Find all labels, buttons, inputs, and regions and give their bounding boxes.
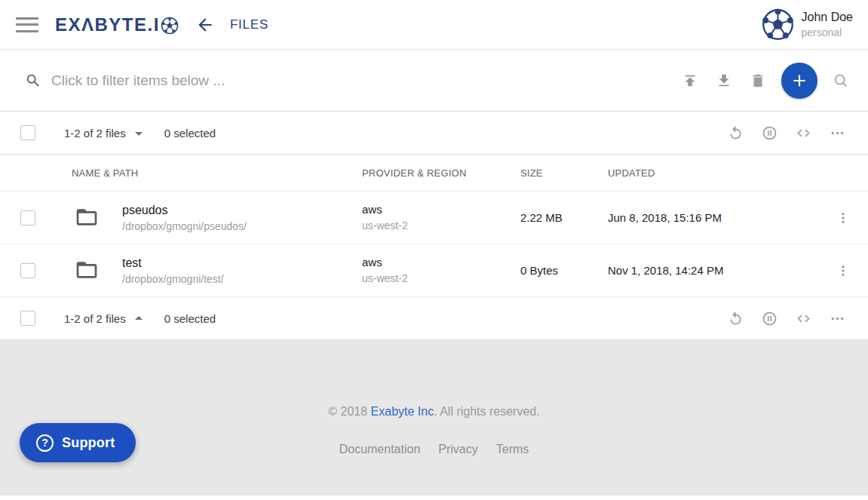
upload-button[interactable] bbox=[676, 67, 704, 94]
user-avatar-soccer-icon[interactable] bbox=[762, 8, 794, 41]
file-size: 0 Bytes bbox=[520, 264, 608, 277]
add-item-fab[interactable] bbox=[781, 63, 817, 99]
code-brackets-icon bbox=[796, 311, 811, 327]
file-updated: Jun 8, 2018, 15:16 PM bbox=[608, 211, 818, 224]
chevron-up-icon bbox=[135, 316, 143, 320]
code-view-button[interactable] bbox=[790, 305, 817, 332]
top-header: EXΛBYTE.I bbox=[0, 0, 868, 50]
table-row[interactable]: pseudos /dropbox/gmogni/pseudos/ aws us-… bbox=[0, 192, 868, 244]
refresh-button[interactable] bbox=[722, 305, 749, 332]
delete-button[interactable] bbox=[744, 67, 771, 94]
row-checkbox[interactable] bbox=[20, 210, 35, 225]
bottom-strip bbox=[0, 495, 868, 500]
filter-input[interactable] bbox=[51, 72, 676, 89]
download-button[interactable] bbox=[710, 67, 738, 94]
footer-links: Documentation Privacy Terms bbox=[339, 443, 529, 456]
toolbar-icons-top bbox=[722, 119, 851, 146]
company-link[interactable]: Exabyte Inc bbox=[371, 405, 434, 418]
page-title: FILES bbox=[230, 17, 268, 32]
folder-icon bbox=[75, 258, 99, 282]
range-text: 1-2 of 2 files bbox=[64, 127, 126, 140]
column-header-provider: PROVIDER & REGION bbox=[362, 167, 520, 179]
pagination-range-dropdown[interactable]: 1-2 of 2 files bbox=[64, 312, 143, 325]
search-toggle-button[interactable] bbox=[827, 67, 854, 94]
copyright-text: © 2018 Exabyte Inc. All rights reserved. bbox=[328, 405, 539, 419]
logo-text: EXΛBYTE.I bbox=[55, 14, 160, 35]
file-updated: Nov 1, 2018, 14:24 PM bbox=[608, 264, 818, 277]
file-name: pseudos bbox=[122, 201, 247, 219]
file-path: /dropbox/gmogni/pseudos/ bbox=[122, 219, 247, 234]
select-all-checkbox[interactable] bbox=[20, 311, 35, 326]
code-brackets-icon bbox=[796, 125, 811, 141]
plus-icon bbox=[790, 71, 809, 90]
user-account-type: personal bbox=[802, 26, 854, 39]
select-all-checkbox[interactable] bbox=[20, 125, 35, 140]
back-arrow-icon[interactable] bbox=[195, 15, 215, 35]
code-view-button[interactable] bbox=[790, 119, 817, 146]
search-icon bbox=[25, 72, 41, 89]
documentation-link[interactable]: Documentation bbox=[339, 443, 421, 456]
file-name: test bbox=[122, 254, 224, 271]
column-header-name: NAME & PATH bbox=[72, 167, 362, 179]
refresh-button[interactable] bbox=[722, 119, 749, 146]
list-toolbar-bottom: 1-2 of 2 files 0 selected bbox=[0, 297, 868, 340]
trash-icon bbox=[750, 72, 766, 89]
more-horizontal-icon bbox=[830, 125, 845, 141]
copyright-prefix: © 2018 bbox=[328, 405, 370, 418]
kebab-menu-icon bbox=[836, 211, 850, 225]
pause-button[interactable] bbox=[756, 119, 783, 146]
copyright-suffix: . All rights reserved. bbox=[434, 405, 540, 418]
pause-circle-icon bbox=[762, 125, 778, 141]
refresh-icon bbox=[728, 125, 744, 141]
support-button[interactable]: ? Support bbox=[20, 423, 136, 462]
file-path: /dropbox/gmogni/test/ bbox=[122, 271, 224, 287]
help-icon: ? bbox=[36, 434, 54, 452]
row-menu-button[interactable] bbox=[830, 257, 857, 284]
more-options-button[interactable] bbox=[824, 305, 851, 332]
app-window: EXΛBYTE.I bbox=[0, 0, 868, 500]
selected-count: 0 selected bbox=[164, 312, 216, 325]
chevron-down-icon bbox=[135, 132, 143, 136]
table-row[interactable]: test /dropbox/gmogni/test/ aws us-west-2… bbox=[0, 244, 868, 297]
pause-button[interactable] bbox=[756, 305, 783, 332]
more-options-button[interactable] bbox=[824, 119, 851, 146]
hamburger-menu-icon[interactable] bbox=[16, 17, 38, 32]
soccer-ball-logo-icon bbox=[161, 17, 179, 35]
user-info: John Doe personal bbox=[802, 10, 854, 39]
pause-circle-icon bbox=[762, 311, 778, 327]
file-size: 2.22 MB bbox=[520, 211, 608, 224]
support-label: Support bbox=[62, 435, 115, 451]
pagination-range-dropdown[interactable]: 1-2 of 2 files bbox=[64, 127, 143, 140]
download-icon bbox=[716, 72, 732, 89]
magnifier-icon bbox=[833, 72, 849, 89]
folder-icon bbox=[75, 205, 99, 229]
filter-bar bbox=[0, 50, 868, 112]
row-checkbox[interactable] bbox=[20, 263, 35, 278]
provider: aws bbox=[362, 201, 520, 218]
range-text: 1-2 of 2 files bbox=[64, 312, 126, 325]
refresh-icon bbox=[728, 311, 744, 327]
kebab-menu-icon bbox=[836, 264, 850, 278]
privacy-link[interactable]: Privacy bbox=[438, 443, 477, 456]
list-toolbar-top: 1-2 of 2 files 0 selected bbox=[0, 112, 868, 155]
upload-icon bbox=[682, 72, 698, 89]
toolbar-icons-bottom bbox=[722, 305, 851, 332]
region: us-west-2 bbox=[362, 271, 520, 286]
user-menu[interactable]: John Doe personal bbox=[762, 8, 854, 41]
column-header-updated: UPDATED bbox=[608, 167, 818, 179]
user-name: John Doe bbox=[802, 10, 854, 26]
region: us-west-2 bbox=[362, 218, 520, 233]
exabyte-logo[interactable]: EXΛBYTE.I bbox=[55, 14, 179, 35]
table-header-row: NAME & PATH PROVIDER & REGION SIZE UPDAT… bbox=[0, 155, 868, 192]
selected-count: 0 selected bbox=[164, 127, 216, 140]
provider: aws bbox=[362, 254, 520, 271]
more-horizontal-icon bbox=[830, 311, 845, 327]
row-menu-button[interactable] bbox=[830, 204, 857, 232]
filter-actions bbox=[676, 63, 854, 99]
column-header-size: SIZE bbox=[520, 167, 608, 179]
page-footer: © 2018 Exabyte Inc. All rights reserved.… bbox=[0, 340, 868, 495]
terms-link[interactable]: Terms bbox=[496, 443, 529, 456]
